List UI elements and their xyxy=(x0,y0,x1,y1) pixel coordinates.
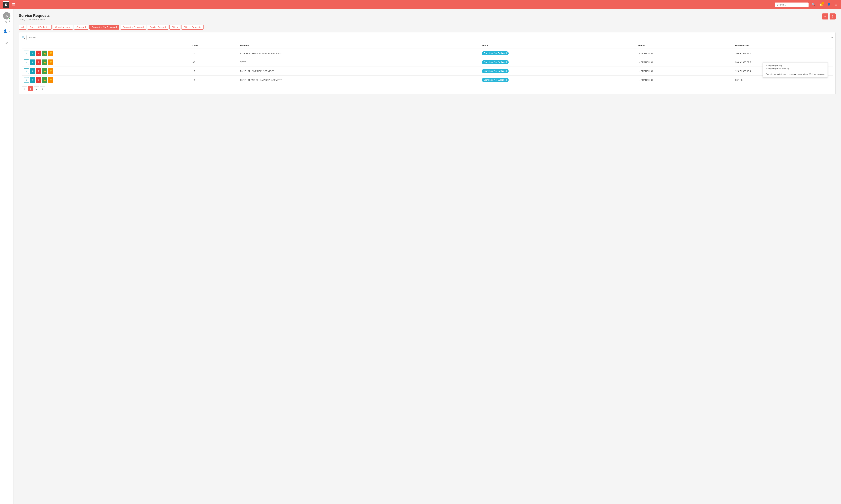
content-area: Service Requests Listing of Service Requ… xyxy=(14,10,841,504)
download-btn[interactable]: ↓ xyxy=(24,59,29,65)
filter-tab-completed-evaluated[interactable]: Completed Evaluated xyxy=(120,25,146,30)
avatar: S xyxy=(3,12,11,19)
status-badge: Completed Not Evaluated xyxy=(482,60,509,64)
layout-icon[interactable]: ⊞ xyxy=(835,3,837,6)
page-btn-0[interactable]: ◀ xyxy=(22,86,27,91)
column-header-3: Status xyxy=(480,43,636,49)
lang-option-2[interactable]: Português (Brasil ABNT2) xyxy=(766,68,825,70)
table-row: ↓ ✎ 🗑 👍 👎 25ELECTRIC PANEL BOARD REPLACE… xyxy=(22,49,833,58)
approve-btn[interactable]: 👍 xyxy=(42,77,47,83)
refresh-icon[interactable]: ↻ xyxy=(830,36,833,39)
table-search-input[interactable] xyxy=(27,35,64,40)
sidebar-item-user[interactable]: 👤+ ▾ xyxy=(2,28,11,34)
action-cell-1: ↓ ✎ 🗑 👍 👎 xyxy=(22,58,190,67)
table-area: CodeRequestStatusBranchRequest Date ↓ ✎ … xyxy=(22,43,833,84)
online-indicator xyxy=(8,17,10,19)
filter-tab-service-refused[interactable]: Service Refused xyxy=(147,25,168,30)
lang-option-1[interactable]: Português (Brasil) xyxy=(766,65,825,67)
table-search-row: 🔍 ↻ xyxy=(22,35,833,40)
table-header: CodeRequestStatusBranchRequest Date xyxy=(22,43,833,49)
page-btn-2[interactable]: 2 xyxy=(34,86,39,91)
user-icon[interactable]: 👤 xyxy=(827,3,831,6)
code-cell: 13 xyxy=(190,76,238,85)
sidebar-item-info[interactable]: ℹ ▾ xyxy=(2,40,11,46)
table-row: ↓ ✎ 🗑 👍 👎 36TESTCompleted Not Evaluated1… xyxy=(22,58,833,67)
page-btn-3[interactable]: ▶ xyxy=(40,86,45,91)
navbar: E ☰ 🔍 🔔 0 👤 ⊞ xyxy=(0,0,841,10)
request-cell: TEST xyxy=(238,58,480,67)
status-badge: Completed Not Evaluated xyxy=(482,78,509,82)
filter-tab-all[interactable]: All xyxy=(19,25,26,30)
filter-tab-canceled[interactable]: Canceled xyxy=(74,25,88,30)
branch-cell: 1 - BRANCH 01 xyxy=(635,49,733,58)
filter-tab-open-not-evaluated[interactable]: Open not Evaluated xyxy=(27,25,52,30)
filter-tab-filters[interactable]: Filters xyxy=(169,25,180,30)
add-button[interactable]: + xyxy=(822,14,828,19)
page-subtitle: Listing of Service Requests xyxy=(19,18,50,21)
download-btn[interactable]: ↓ xyxy=(24,51,29,56)
edit-btn[interactable]: ✎ xyxy=(30,51,35,56)
info-icon: ℹ xyxy=(5,41,7,44)
page-title: Service Requests xyxy=(19,14,50,18)
edit-btn[interactable]: ✎ xyxy=(30,77,35,83)
approve-btn[interactable]: 👍 xyxy=(42,51,47,56)
language-popup: Português (Brasil) Português (Brasil ABN… xyxy=(762,62,828,78)
edit-btn[interactable]: ✎ xyxy=(30,68,35,74)
delete-btn[interactable]: 🗑 xyxy=(36,77,41,83)
code-cell: 36 xyxy=(190,58,238,67)
lang-hint: Para alternar métodos de entrada, pressi… xyxy=(766,73,825,76)
filter-tab-filtered-requests[interactable]: Filtered Requests xyxy=(181,25,204,30)
reject-btn[interactable]: 👎 xyxy=(48,68,53,74)
table-panel: 🔍 ↻ CodeRequestStatusBranchRequest Date … xyxy=(19,32,836,94)
pagination: ◀12▶ xyxy=(22,86,833,91)
approve-btn[interactable]: 👍 xyxy=(42,68,47,74)
column-header-4: Branch xyxy=(635,43,733,49)
logout-link[interactable]: Logout xyxy=(3,20,10,22)
help-button[interactable]: ? xyxy=(829,14,836,19)
filter-tab-open-approved[interactable]: Open Approved xyxy=(53,25,73,30)
delete-btn[interactable]: 🗑 xyxy=(36,59,41,65)
status-badge: Completed Not Evaluated xyxy=(482,69,509,73)
page-actions: + ? xyxy=(822,14,836,19)
edit-btn[interactable]: ✎ xyxy=(30,59,35,65)
navbar-search-input[interactable] xyxy=(775,2,809,7)
main-layout: S Logout 👤+ ▾ ℹ ▾ Service Requests Listi… xyxy=(0,10,841,504)
table-row: ↓ ✎ 🗑 👍 👎 13PANEL 01 AND 02 LAMP REPLACE… xyxy=(22,76,833,85)
reject-btn[interactable]: 👎 xyxy=(48,59,53,65)
branch-cell: 1 - BRANCH 01 xyxy=(635,67,733,76)
reject-btn[interactable]: 👎 xyxy=(48,51,53,56)
column-header-2: Request xyxy=(238,43,480,49)
hamburger-menu[interactable]: ☰ xyxy=(12,3,15,7)
code-cell: 25 xyxy=(190,49,238,58)
download-btn[interactable]: ↓ xyxy=(24,77,29,83)
column-header-0 xyxy=(22,43,190,49)
code-cell: 15 xyxy=(190,67,238,76)
page-btn-1[interactable]: 1 xyxy=(28,86,33,91)
branch-cell: 1 - BRANCH 01 xyxy=(635,58,733,67)
notification-badge: 0 xyxy=(822,2,824,4)
date-cell: 30/06/2021 11:3 xyxy=(733,49,833,58)
approve-btn[interactable]: 👍 xyxy=(42,59,47,65)
reject-btn[interactable]: 👎 xyxy=(48,77,53,83)
delete-btn[interactable]: 🗑 xyxy=(36,51,41,56)
table-scroll-container[interactable]: CodeRequestStatusBranchRequest Date ↓ ✎ … xyxy=(22,43,833,84)
filter-tabs: AllOpen not EvaluatedOpen ApprovedCancel… xyxy=(19,25,836,30)
status-badge: Completed Not Evaluated xyxy=(482,51,509,55)
delete-btn[interactable]: 🗑 xyxy=(36,68,41,74)
sidebar: S Logout 👤+ ▾ ℹ ▾ xyxy=(0,10,14,504)
branch-cell: 1 - BRANCH 01 xyxy=(635,76,733,85)
download-btn[interactable]: ↓ xyxy=(24,68,29,74)
request-cell: ELECTRIC PANEL BOARD REPLACEMENT. xyxy=(238,49,480,58)
filter-tab-completed-not-evaluated[interactable]: Completed Not Evaluated xyxy=(89,25,119,30)
action-cell-3: ↓ ✎ 🗑 👍 👎 xyxy=(22,76,190,85)
page-title-block: Service Requests Listing of Service Requ… xyxy=(19,14,50,21)
sidebar-divider-2 xyxy=(2,37,12,37)
page-header: Service Requests Listing of Service Requ… xyxy=(19,14,836,21)
action-cell-2: ↓ ✎ 🗑 👍 👎 xyxy=(22,67,190,76)
notification-icon[interactable]: 🔔 0 xyxy=(819,3,823,6)
search-icon[interactable]: 🔍 xyxy=(811,3,815,6)
column-header-5: Request Date xyxy=(733,43,833,49)
requests-table: CodeRequestStatusBranchRequest Date ↓ ✎ … xyxy=(22,43,833,84)
column-header-1: Code xyxy=(190,43,238,49)
person-add-icon: 👤+ xyxy=(3,29,9,33)
